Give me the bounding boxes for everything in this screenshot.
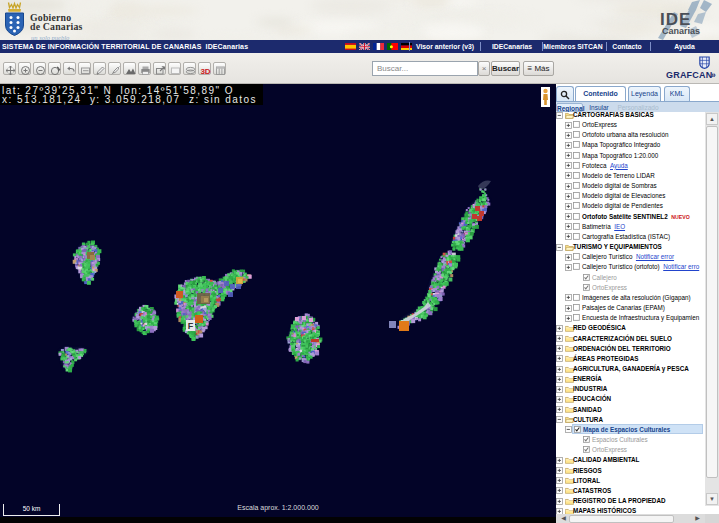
svg-text:3D: 3D [200,67,210,76]
svg-text:F: F [188,321,194,331]
svg-text:Canarias: Canarias [662,26,700,36]
